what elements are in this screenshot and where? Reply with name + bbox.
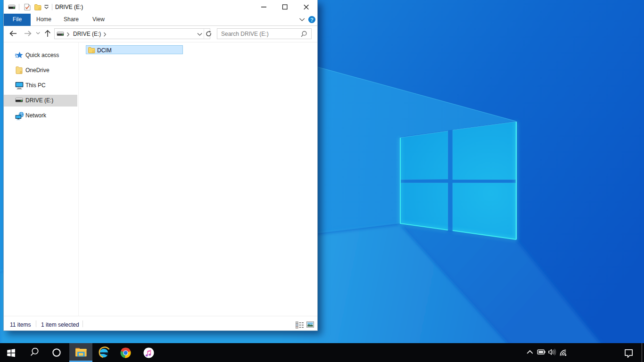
svg-text:?: ? <box>310 17 314 23</box>
